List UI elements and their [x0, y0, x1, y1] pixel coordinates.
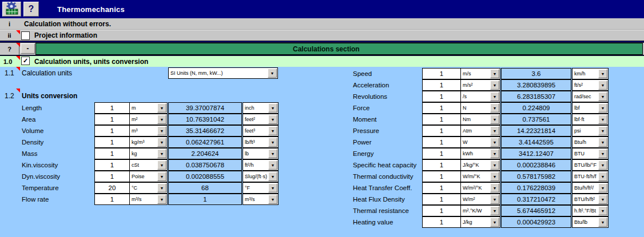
dropdown-arrow-icon[interactable]: ▼	[490, 149, 499, 158]
dropdown-arrow-icon[interactable]: ▼	[598, 69, 607, 78]
result-unit-select[interactable]: km/h▼	[572, 68, 609, 79]
dropdown-arrow-icon[interactable]: ▼	[157, 195, 166, 204]
value-input[interactable]: 1	[422, 182, 461, 194]
value-input[interactable]: 1	[422, 125, 461, 136]
unit-select[interactable]: m³/s▼	[129, 194, 168, 205]
unit-select[interactable]: m/s▼	[460, 68, 500, 79]
dropdown-arrow-icon[interactable]: ▼	[157, 183, 166, 192]
unit-select[interactable]: cSt▼	[129, 159, 168, 171]
unit-select[interactable]: Poise▼	[129, 171, 168, 182]
unit-select[interactable]: m².°K/W▼	[460, 205, 500, 216]
result-unit-select[interactable]: lbf▼	[572, 102, 609, 114]
unit-select[interactable]: W/m/°K▼	[460, 171, 500, 182]
unit-select[interactable]: J/kg/°K▼	[460, 159, 500, 171]
result-unit-select[interactable]: feet³▼	[243, 125, 279, 136]
value-input[interactable]: 1	[94, 159, 130, 171]
unit-select[interactable]: kg/m³▼	[129, 136, 168, 148]
dropdown-arrow-icon[interactable]: ▼	[598, 172, 607, 181]
dropdown-arrow-icon[interactable]: ▼	[598, 81, 607, 90]
dropdown-arrow-icon[interactable]: ▼	[490, 218, 499, 227]
dropdown-arrow-icon[interactable]: ▼	[490, 160, 499, 170]
result-unit-select[interactable]: psi▼	[572, 125, 609, 136]
value-input[interactable]: 1	[422, 114, 461, 125]
result-unit-select[interactable]: m³/s▼	[243, 194, 279, 205]
unit-select[interactable]: m▼	[129, 102, 168, 114]
result-unit-select[interactable]: lb/ft³▼	[243, 136, 279, 148]
dropdown-arrow-icon[interactable]: ▼	[268, 195, 277, 204]
dropdown-arrow-icon[interactable]: ▼	[490, 138, 499, 147]
collapse-button[interactable]: -	[21, 43, 35, 54]
dropdown-arrow-icon[interactable]: ▼	[598, 92, 607, 101]
dropdown-arrow-icon[interactable]: ▼	[490, 81, 499, 90]
value-input[interactable]: 1	[422, 216, 461, 228]
result-unit-select[interactable]: ft²/h▼	[243, 159, 279, 171]
unit-select[interactable]: m³▼	[129, 125, 168, 136]
unit-select[interactable]: /s▼	[460, 91, 500, 102]
result-unit-select[interactable]: h.ft².°F/Bt▼	[572, 205, 609, 216]
result-unit-select[interactable]: feet²▼	[243, 114, 279, 125]
dropdown-arrow-icon[interactable]: ▼	[490, 69, 499, 78]
calculation-units-select[interactable]: SI Units (N, mm, kW...) ▼	[168, 67, 278, 79]
dropdown-arrow-icon[interactable]: ▼	[490, 206, 499, 215]
value-input[interactable]: 1	[94, 136, 130, 148]
result-unit-select[interactable]: BTU/h/ft²▼	[572, 194, 609, 205]
unit-select[interactable]: N▼	[460, 102, 500, 114]
dropdown-arrow-icon[interactable]: ▼	[598, 195, 607, 204]
value-input[interactable]: 1	[422, 171, 461, 182]
unit-select[interactable]: W/m²/°K▼	[460, 182, 500, 194]
dropdown-arrow-icon[interactable]: ▼	[490, 92, 499, 101]
help-button[interactable]: ?	[23, 2, 39, 17]
dropdown-arrow-icon[interactable]: ▼	[598, 115, 607, 124]
value-input[interactable]: 1	[422, 102, 461, 114]
dropdown-arrow-icon[interactable]: ▼	[268, 126, 277, 135]
dropdown-arrow-icon[interactable]: ▼	[490, 126, 499, 135]
unit-select[interactable]: m/s²▼	[460, 79, 500, 91]
result-unit-select[interactable]: rad/sec▼	[572, 91, 609, 102]
value-input[interactable]: 1	[94, 102, 130, 114]
value-input[interactable]: 1	[94, 148, 130, 159]
unit-select[interactable]: W▼	[460, 136, 500, 148]
value-input[interactable]: 1	[94, 114, 130, 125]
dropdown-arrow-icon[interactable]: ▼	[157, 149, 166, 158]
dropdown-arrow-icon[interactable]: ▼	[157, 160, 166, 170]
result-unit-select[interactable]: lbf·ft▼	[572, 114, 609, 125]
value-input[interactable]: 1	[94, 125, 130, 136]
dropdown-arrow-icon[interactable]: ▼	[268, 138, 277, 147]
dropdown-arrow-icon[interactable]: ▼	[598, 126, 607, 135]
dropdown-arrow-icon[interactable]: ▼	[598, 103, 607, 113]
value-input[interactable]: 1	[94, 171, 130, 182]
dropdown-arrow-icon[interactable]: ▼	[490, 172, 499, 181]
dropdown-arrow-icon[interactable]: ▼	[268, 149, 277, 158]
result-unit-select[interactable]: lb▼	[243, 148, 279, 159]
value-input[interactable]: 1	[422, 79, 461, 91]
dropdown-arrow-icon[interactable]: ▼	[268, 69, 277, 78]
dropdown-arrow-icon[interactable]: ▼	[598, 183, 607, 192]
value-input[interactable]: 20	[94, 182, 130, 194]
result-unit-select[interactable]: Btu/h▼	[572, 136, 609, 148]
dropdown-arrow-icon[interactable]: ▼	[598, 160, 607, 170]
dropdown-arrow-icon[interactable]: ▼	[490, 103, 499, 113]
value-input[interactable]: 1	[422, 91, 461, 102]
result-unit-select[interactable]: ft/s²▼	[572, 79, 609, 91]
result-unit-select[interactable]: BTU/lb/°F▼	[572, 159, 609, 171]
dropdown-arrow-icon[interactable]: ▼	[598, 149, 607, 158]
unit-select[interactable]: Atm▼	[460, 125, 500, 136]
dropdown-arrow-icon[interactable]: ▼	[490, 183, 499, 192]
value-input[interactable]: 1	[422, 205, 461, 216]
dropdown-arrow-icon[interactable]: ▼	[490, 195, 499, 204]
unit-select[interactable]: kg▼	[129, 148, 168, 159]
dropdown-arrow-icon[interactable]: ▼	[157, 138, 166, 147]
value-input[interactable]: 1	[94, 194, 130, 205]
result-unit-select[interactable]: Btu/h/ft²/▼	[572, 182, 609, 194]
dropdown-arrow-icon[interactable]: ▼	[490, 115, 499, 124]
result-unit-select[interactable]: Btu/lb▼	[572, 216, 609, 228]
app-logo-button[interactable]	[2, 2, 21, 17]
unit-select[interactable]: m²▼	[129, 114, 168, 125]
project-information-checkbox[interactable]	[21, 31, 30, 40]
value-input[interactable]: 1	[422, 148, 461, 159]
value-input[interactable]: 1	[422, 68, 461, 79]
dropdown-arrow-icon[interactable]: ▼	[268, 172, 277, 181]
dropdown-arrow-icon[interactable]: ▼	[598, 206, 607, 215]
result-unit-select[interactable]: BTU·ft/h/f▼	[572, 171, 609, 182]
dropdown-arrow-icon[interactable]: ▼	[157, 172, 166, 181]
